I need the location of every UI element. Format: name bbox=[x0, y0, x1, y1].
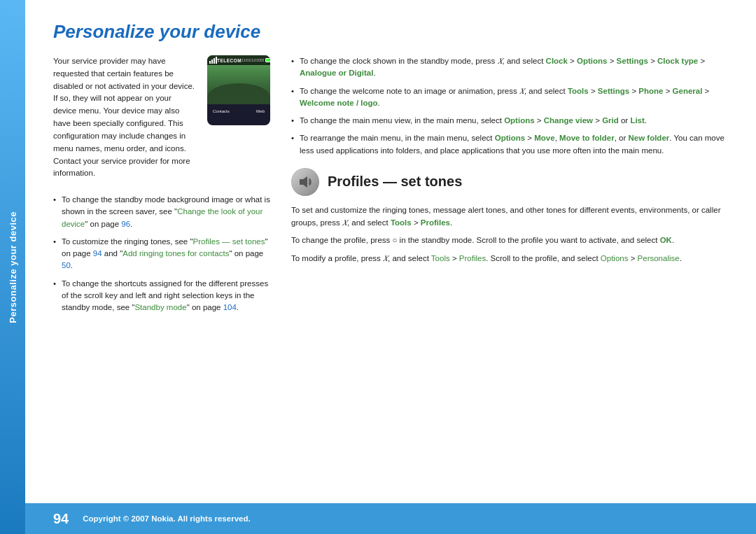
page-number: 94 bbox=[53, 511, 69, 527]
two-column-layout: Your service provider may have requested… bbox=[53, 55, 728, 503]
profiles-para-1: To set and customize the ringing tones, … bbox=[291, 204, 728, 230]
phone-mockup: TELECOM 11/01/12/2005 bbox=[207, 55, 270, 125]
profiles-para-2: To change the profile, press ○ in the st… bbox=[291, 234, 728, 247]
right-column: To change the clock shown in the standby… bbox=[291, 55, 728, 503]
link-page-104[interactable]: 104 bbox=[223, 303, 237, 311]
left-column: Your service provider may have requested… bbox=[53, 55, 270, 503]
phone-landscape: TELECOM 11/01/12/2005 bbox=[207, 55, 270, 104]
telecom-brand: TELECOM bbox=[217, 58, 241, 63]
right-bullet-1: To change the clock shown in the standby… bbox=[291, 55, 728, 80]
link-page-50[interactable]: 50 bbox=[62, 261, 71, 269]
phone-screen: TELECOM 11/01/12/2005 bbox=[207, 55, 270, 104]
speaker-icon bbox=[298, 174, 313, 190]
left-bullet-list: To change the standby mode background im… bbox=[53, 194, 270, 314]
phone-contacts-label: Contacts bbox=[213, 109, 230, 113]
profiles-section: Profiles — set tones To set and customiz… bbox=[291, 168, 728, 265]
side-tab: Personalize your device bbox=[0, 0, 25, 534]
signal-bar-1 bbox=[209, 61, 211, 64]
content-body: Personalize your device Your service pro… bbox=[25, 0, 756, 503]
link-options[interactable]: Options bbox=[601, 254, 629, 262]
profiles-para-3: To modify a profile, press 𝛸, and select… bbox=[291, 253, 728, 265]
phone-header-bar: TELECOM 11/01/12/2005 bbox=[207, 55, 270, 65]
svg-rect-0 bbox=[300, 179, 303, 185]
phone-bottom-bar: Contacts Web bbox=[207, 104, 270, 118]
bottom-bar: 94 Copyright © 2007 Nokia. All rights re… bbox=[25, 503, 756, 534]
right-bullet-2: To change the welcome note to an image o… bbox=[291, 85, 728, 110]
landscape-hill bbox=[207, 83, 270, 104]
phone-date: 11/01/12/2005 bbox=[241, 58, 264, 62]
link-page-96[interactable]: 96 bbox=[121, 220, 130, 228]
link-tools[interactable]: Tools bbox=[431, 254, 450, 262]
link-page-94[interactable]: 94 bbox=[93, 249, 102, 258]
right-bullet-3: To change the main menu view, in the mai… bbox=[291, 115, 728, 127]
link-change-look[interactable]: Change the look of your device bbox=[62, 207, 262, 227]
signal-bar-2 bbox=[211, 59, 213, 64]
link-add-ringing[interactable]: Add ringing tones for contacts bbox=[122, 249, 229, 258]
bullet-item-3: To change the shortcuts assigned for the… bbox=[53, 278, 270, 314]
bullet-item-1: To change the standby mode background im… bbox=[53, 194, 270, 230]
right-bullet-4: To rearrange the main menu, in the main … bbox=[291, 132, 728, 157]
link-profiles-set-tones[interactable]: Profiles — set tones bbox=[193, 237, 265, 246]
link-profiles[interactable]: Profiles bbox=[459, 254, 486, 262]
bullet-item-2: To customize the ringing tones, see "Pro… bbox=[53, 236, 270, 272]
profiles-header: Profiles — set tones bbox=[291, 168, 728, 196]
right-bullet-list: To change the clock shown in the standby… bbox=[291, 55, 728, 157]
copyright-text: Copyright © 2007 Nokia. All rights reser… bbox=[83, 514, 250, 523]
signal-bar-3 bbox=[214, 58, 215, 64]
signal-bars bbox=[209, 57, 217, 64]
profiles-icon bbox=[291, 168, 319, 196]
page-wrapper: Personalize your device Personalize your… bbox=[0, 0, 756, 534]
side-tab-label: Personalize your device bbox=[8, 211, 18, 323]
main-content: Personalize your device Your service pro… bbox=[25, 0, 756, 534]
intro-paragraph: Your service provider may have requested… bbox=[53, 55, 195, 180]
link-personalise[interactable]: Personalise bbox=[638, 254, 680, 262]
page-title: Personalize your device bbox=[53, 21, 728, 43]
battery-icon bbox=[265, 58, 270, 62]
profiles-section-title: Profiles — set tones bbox=[328, 174, 462, 190]
link-standby-mode[interactable]: Standby mode bbox=[134, 303, 186, 311]
phone-web-label: Web bbox=[256, 109, 265, 113]
battery-fill bbox=[266, 59, 270, 62]
